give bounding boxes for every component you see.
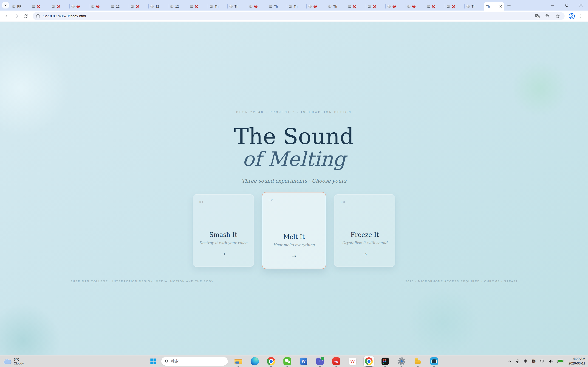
footer-left-text: SHERIDAN COLLEGE · INTERACTION DESIGN: M…: [70, 280, 214, 283]
ime-language-indicator[interactable]: 中: [524, 359, 527, 364]
reload-icon: [23, 14, 28, 19]
battery-icon[interactable]: [557, 360, 563, 363]
forward-button[interactable]: [12, 12, 20, 20]
taskbar-clock[interactable]: 4:20 AM 2026-03-11: [569, 357, 585, 366]
recording-indicator-icon: [37, 5, 40, 8]
start-button[interactable]: [149, 357, 158, 366]
browser-tab[interactable]: [89, 2, 109, 10]
arrow-right-icon[interactable]: →: [221, 251, 225, 257]
browser-tab[interactable]: [69, 2, 89, 10]
tab-title: Th: [274, 5, 278, 8]
ime-mode-indicator[interactable]: 拼: [532, 359, 536, 364]
recording-indicator-icon: [77, 5, 80, 8]
browser-tab[interactable]: [405, 2, 425, 10]
globe-favicon-icon: [190, 5, 193, 8]
browser-tab[interactable]: Th: [267, 2, 287, 10]
globe-favicon-icon: [12, 5, 16, 8]
microphone-icon[interactable]: [516, 359, 519, 364]
recording-indicator-icon: [313, 5, 317, 8]
taskbar-app[interactable]: [380, 356, 390, 367]
globe-favicon-icon: [269, 5, 272, 8]
browser-tab[interactable]: [366, 2, 385, 10]
browser-tab[interactable]: Th: [326, 2, 346, 10]
browser-tab[interactable]: [346, 2, 366, 10]
address-bar[interactable]: 127.0.0.1:49679/index.html: [33, 12, 565, 20]
browser-tab[interactable]: Th: [484, 2, 504, 10]
app-icon: W: [348, 357, 357, 366]
running-indicator: [270, 366, 272, 367]
taskbar-apps: W T yd W: [233, 356, 439, 367]
experiment-card[interactable]: 02 Melt It Heat melts everything →: [262, 192, 326, 269]
taskbar-app[interactable]: [233, 356, 244, 367]
app-icon: [ ]: [430, 357, 439, 366]
avatar-icon: [569, 13, 575, 19]
maximize-button[interactable]: [560, 0, 574, 10]
globe-favicon-icon: [328, 5, 332, 8]
browser-tab[interactable]: [129, 2, 148, 10]
tray-expand-chevron-icon[interactable]: [508, 359, 511, 363]
translate-button[interactable]: [534, 12, 541, 20]
browser-tab[interactable]: [385, 2, 405, 10]
reload-button[interactable]: [22, 12, 29, 20]
taskbar-app[interactable]: [363, 356, 374, 367]
taskbar-app[interactable]: [ ]: [429, 356, 439, 367]
app-icon: W: [299, 357, 308, 366]
close-button[interactable]: [574, 0, 588, 10]
taskbar-app[interactable]: yd: [331, 356, 342, 367]
taskbar-app[interactable]: T: [315, 356, 325, 367]
recording-indicator-icon: [452, 5, 455, 8]
browser-tab[interactable]: Th: [208, 2, 227, 10]
profile-button[interactable]: [568, 12, 576, 20]
taskbar-app[interactable]: W: [298, 356, 309, 367]
volume-icon[interactable]: [548, 359, 553, 363]
app-glyph: [235, 361, 239, 364]
arrow-right-icon[interactable]: →: [292, 253, 296, 259]
forward-icon: [14, 14, 19, 19]
taskbar-app[interactable]: [282, 356, 293, 367]
browser-tab[interactable]: [50, 2, 69, 10]
decorative-blob: [409, 288, 478, 355]
tab-title: PF: [17, 5, 21, 8]
arrow-right-icon[interactable]: →: [363, 251, 367, 257]
app-icon: T: [316, 357, 324, 366]
browser-tab[interactable]: [247, 2, 267, 10]
app-icon: [250, 357, 259, 366]
app-glyph: T: [319, 359, 321, 364]
browser-tab[interactable]: [30, 2, 50, 10]
taskbar-app[interactable]: W: [347, 356, 358, 367]
taskbar-search[interactable]: 搜索: [161, 357, 228, 366]
tab-close-icon[interactable]: [499, 5, 502, 8]
browser-tab[interactable]: Th: [227, 2, 247, 10]
browser-tab[interactable]: [188, 2, 208, 10]
new-tab-button[interactable]: [506, 2, 512, 8]
taskbar-app[interactable]: [413, 356, 423, 367]
browser-tab[interactable]: PF: [10, 2, 30, 10]
tab-search-button[interactable]: [2, 2, 9, 8]
recording-indicator-icon: [57, 5, 60, 8]
browser-menu-button[interactable]: [577, 12, 585, 20]
page-title-line1: The Sound: [0, 126, 588, 147]
taskbar-weather-widget[interactable]: 3°C Cloudy: [3, 355, 24, 367]
browser-tab[interactable]: Th: [464, 2, 484, 10]
minimize-button[interactable]: [545, 0, 560, 10]
taskbar-app[interactable]: [266, 356, 276, 367]
taskbar-app[interactable]: [396, 356, 407, 367]
experiment-card[interactable]: 03 Freeze It Crystallise it with sound →: [334, 194, 395, 267]
page-content: DESN 22848 · PROJECT 2 · INTERACTION DES…: [0, 22, 588, 355]
decorative-blob: [0, 304, 60, 355]
bookmark-button[interactable]: [554, 12, 561, 20]
browser-tab[interactable]: 12: [168, 2, 188, 10]
browser-tab[interactable]: [306, 2, 326, 10]
globe-favicon-icon: [130, 5, 134, 8]
experiment-card[interactable]: 01 Smash It Destroy it with your voice →: [193, 194, 254, 267]
taskbar-app[interactable]: [250, 356, 260, 367]
browser-tab[interactable]: 12: [109, 2, 129, 10]
wifi-icon[interactable]: [540, 359, 544, 363]
browser-tab[interactable]: [445, 2, 464, 10]
site-info-icon[interactable]: [36, 14, 40, 18]
back-button[interactable]: [3, 12, 11, 20]
browser-tab[interactable]: Th: [287, 2, 306, 10]
zoom-button[interactable]: [544, 12, 551, 20]
browser-tab[interactable]: [425, 2, 445, 10]
browser-tab[interactable]: 12: [148, 2, 168, 10]
